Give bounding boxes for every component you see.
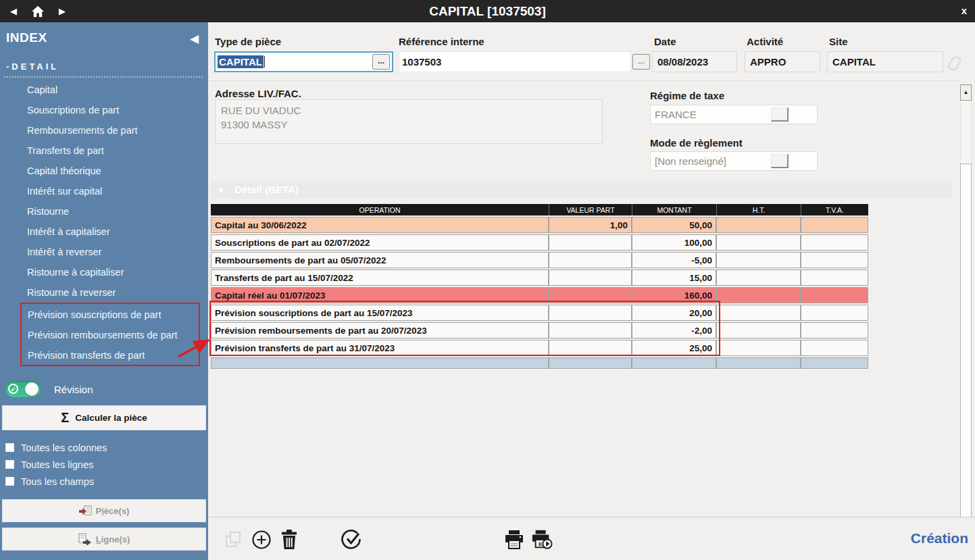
table-row[interactable]: Souscriptions de part au 02/07/2022100,0… [211, 234, 868, 251]
cell-ht [716, 270, 801, 286]
pieces-button[interactable]: Pièce(s) [2, 499, 206, 522]
sidebar-item[interactable]: Souscriptions de part [0, 100, 208, 120]
table-row[interactable]: Remboursements de part au 05/07/2022-5,0… [211, 252, 868, 268]
print-icon[interactable] [503, 529, 525, 551]
reference-browse-button[interactable]: ... [632, 54, 650, 70]
revision-toggle[interactable]: ✓ [5, 381, 41, 397]
detail-section-header[interactable]: ▼ Détail (BETA) [211, 181, 951, 199]
sigma-icon: Σ [61, 410, 69, 426]
toggle-knob[interactable] [25, 382, 39, 396]
regime-dropdown-button[interactable] [771, 107, 789, 122]
scroll-up-button[interactable]: ▲ [960, 84, 972, 101]
cell-valeur_part [549, 322, 632, 338]
cell-tva [801, 287, 868, 303]
checkbox[interactable] [5, 460, 14, 469]
cell-operation: Prévision remboursements de part au 20/0… [211, 322, 549, 338]
cell-ht [716, 305, 801, 321]
paperclip-icon[interactable] [943, 51, 966, 78]
collapse-sidebar-icon[interactable]: ◀ [190, 32, 199, 46]
sidebar-item[interactable]: Prévision souscriptions de part [22, 305, 199, 325]
selected-text: CAPITAL [218, 55, 264, 68]
cell-montant: -5,00 [632, 252, 716, 268]
cell-valeur_part [549, 305, 632, 321]
checkbox[interactable] [5, 443, 14, 452]
type-piece-browse-button[interactable]: ... [372, 54, 390, 70]
check-icon: ✓ [8, 384, 18, 394]
checkbox-row[interactable]: Tous les champs [5, 473, 107, 490]
cell-montant: 50,00 [632, 217, 716, 233]
type-piece-input[interactable]: CAPITAL ... [214, 51, 393, 72]
date-label: Date [654, 36, 676, 47]
sidebar-item[interactable]: Ristourne à capitaliser [0, 262, 208, 282]
print-export-icon[interactable]: E [531, 529, 553, 551]
sidebar-item[interactable]: Ristourne à reverser [0, 282, 208, 303]
cell-operation: Capital au 30/06/2022 [211, 217, 549, 233]
svg-text:E: E [539, 541, 542, 547]
lignes-button[interactable]: Ligne(s) [2, 528, 206, 551]
sidebar-item[interactable]: Prévision transferts de part [22, 345, 199, 365]
table-row[interactable]: Prévision souscriptions de part au 15/07… [211, 305, 868, 321]
app-window: ◀ ▶ CAPITAL [1037503] x INDEX ◀ -DETAIL … [0, 0, 975, 560]
main-panel: Type de pièce Référence interne Date Act… [208, 22, 975, 560]
sidebar-item[interactable]: Intérêt sur capital [0, 181, 208, 201]
cell-ht [716, 234, 801, 251]
text-caret [264, 56, 265, 68]
column-header: OPERATION [211, 204, 549, 215]
close-button[interactable]: x [961, 0, 967, 22]
mode-reglement-label: Mode de règlement [650, 137, 743, 149]
adresse-box[interactable]: RUE DU VIADUC 91300 MASSY [215, 99, 603, 144]
checkbox[interactable] [5, 477, 14, 486]
sidebar-item[interactable]: Capital [0, 80, 208, 100]
mode-reglement-field[interactable]: [Non renseigné] [650, 151, 818, 171]
cell-montant: 160,00 [632, 287, 716, 303]
table-row[interactable]: Transferts de part au 15/07/202215,00 [211, 270, 868, 286]
regime-taxe-field[interactable]: FRANCE [650, 105, 818, 124]
cell-tva [801, 234, 868, 251]
sidebar-item[interactable]: Intérêt à capitaliser [0, 222, 208, 242]
calculate-piece-label: Calculer la pièce [75, 413, 147, 423]
vertical-scrollbar: ▲ ▼ [960, 84, 972, 537]
sidebar-section-detail[interactable]: -DETAIL [6, 61, 59, 72]
calculate-piece-button[interactable]: Σ Calculer la pièce [2, 405, 206, 430]
cell-operation: Prévision transferts de part au 31/07/20… [211, 340, 549, 356]
regime-taxe-label: Régime de taxe [650, 90, 724, 101]
reference-input[interactable]: 1037503 [399, 51, 631, 72]
checkbox-row[interactable]: Toutes les lignes [5, 456, 107, 473]
collapse-triangle-icon: ▼ [217, 186, 225, 195]
cell-tva [801, 340, 868, 356]
cell-operation: Transferts de part au 15/07/2022 [211, 270, 549, 286]
scrollbar-thumb[interactable] [960, 163, 972, 517]
table-row[interactable]: Prévision remboursements de part au 20/0… [211, 322, 868, 338]
sidebar-item[interactable]: Prévision remboursements de part [22, 325, 199, 345]
sidebar-item[interactable]: Transferts de part [0, 141, 208, 161]
cell-montant: -2,00 [632, 322, 716, 338]
sidebar-item[interactable]: Ristourne [0, 201, 208, 222]
detail-section-title: Détail (BETA) [234, 184, 299, 195]
cell-tva [801, 305, 868, 321]
checkbox-label: Toutes les lignes [21, 459, 93, 470]
column-header: T.V.A. [801, 204, 868, 215]
sidebar-item[interactable]: Intérêt à reverser [0, 242, 208, 262]
reglement-dropdown-button[interactable] [771, 154, 789, 168]
table-row[interactable] [211, 357, 868, 369]
cell-operation: Prévision souscriptions de part au 15/07… [211, 305, 549, 321]
table-row[interactable]: Capital réel au 01/07/2023160,00 [211, 287, 868, 303]
table-row[interactable]: Prévision transferts de part au 31/07/20… [211, 340, 868, 356]
cell-operation: Souscriptions de part au 02/07/2022 [211, 234, 549, 251]
cell-montant [632, 357, 716, 369]
checkbox-row[interactable]: Toutes les colonnes [5, 439, 107, 456]
sidebar-item[interactable]: Remboursements de part [0, 120, 208, 141]
cell-valeur_part [549, 252, 632, 268]
cell-montant: 15,00 [632, 270, 716, 286]
date-field[interactable]: 08/08/2023 [652, 51, 737, 72]
validate-icon[interactable] [341, 529, 362, 551]
operations-table: OPERATIONVALEUR PARTMONTANTH.T.T.V.A. Ca… [211, 203, 868, 370]
site-field[interactable]: CAPITAL [827, 51, 943, 72]
add-row-icon[interactable] [251, 529, 272, 551]
cell-tva [801, 252, 868, 268]
sidebar-item[interactable]: Capital théorique [0, 161, 208, 181]
table-row[interactable]: Capital au 30/06/20221,0050,00 [211, 217, 868, 233]
cell-ht [716, 217, 801, 233]
activite-field[interactable]: APPRO [745, 51, 820, 72]
delete-icon[interactable] [278, 529, 300, 551]
